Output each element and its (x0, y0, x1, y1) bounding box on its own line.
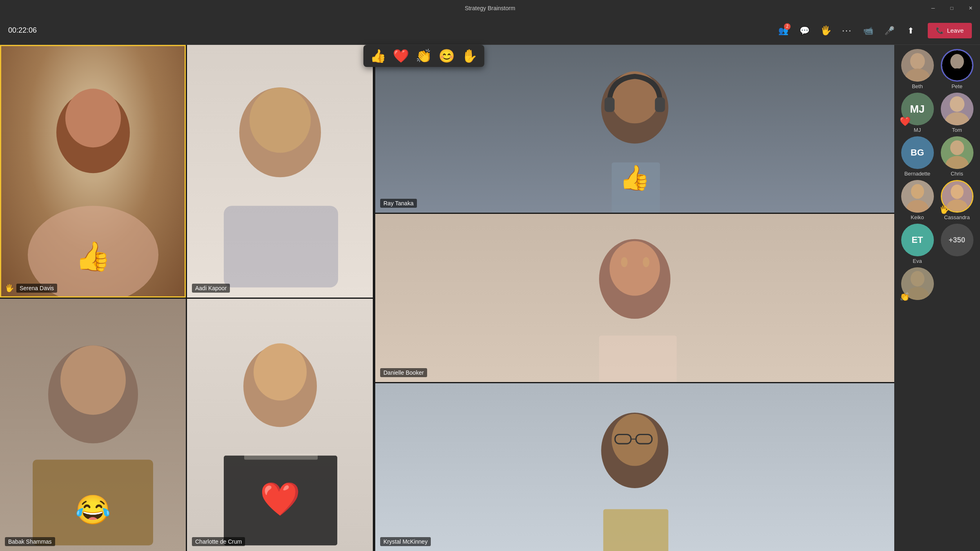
aadi-name-label: Aadi Kapoor (192, 284, 230, 293)
pete-avatar-wrapper (941, 49, 973, 82)
tom-avatar (941, 93, 973, 125)
svg-point-14 (610, 71, 659, 124)
window-title: Strategy Brainstorm (465, 5, 515, 11)
extra-reaction: 👏 (900, 292, 910, 302)
svg-point-24 (612, 414, 658, 466)
reaction-thumbsup[interactable]: 👍 (370, 48, 386, 64)
svg-rect-22 (599, 336, 677, 382)
krystal-name-label: Krystal McKinney (380, 537, 431, 546)
participants-row-4: Keiko 🖐 Cassandra (898, 180, 977, 220)
reaction-bar: 👍 ❤️ 👏 😊 ✋ (363, 45, 484, 67)
mj-reaction: ❤️ (900, 116, 911, 127)
chat-icon[interactable]: 💬 (795, 22, 813, 40)
participants-row-5: ET Eva +350 (898, 224, 977, 264)
video-content-area: 👍 🖐 Serena Davis Aadi Kapoor (0, 45, 894, 551)
video-tile-aadi[interactable]: Aadi Kapoor (187, 45, 373, 298)
call-timer: 00:22:06 (8, 26, 37, 35)
more-options-icon[interactable]: ··· (838, 22, 856, 40)
participant-keiko[interactable]: Keiko (898, 180, 937, 220)
serena-name-label: Serena Davis (16, 284, 57, 293)
activities-icon[interactable]: 🖐 (817, 22, 835, 40)
participant-tom[interactable]: Tom (937, 93, 977, 133)
svg-point-20 (621, 257, 628, 267)
leave-button[interactable]: 📞 Leave (928, 23, 972, 38)
participants-row-3: BG Bernadette Chris (898, 136, 977, 177)
participant-mj[interactable]: MJ ❤️ MJ (898, 93, 937, 133)
close-button[interactable]: ✕ (961, 0, 980, 16)
keiko-avatar-wrapper (901, 180, 934, 213)
participant-eva[interactable]: ET Eva (898, 224, 937, 264)
svg-point-30 (910, 53, 925, 69)
bernadette-name: Bernadette (904, 171, 931, 177)
participant-beth[interactable]: Beth (898, 49, 937, 89)
participant-more[interactable]: +350 (937, 224, 977, 264)
bernadette-avatar: BG (901, 136, 934, 169)
participants-badge: 2 (784, 23, 791, 30)
participants-icon[interactable]: 👥 2 (774, 22, 792, 40)
reaction-hand[interactable]: ✋ (461, 48, 478, 64)
serena-hand-icon: 🖐 (5, 284, 14, 293)
toolbar: 00:22:06 👥 2 💬 🖐 ··· 📹 🎤 ⬆ 📞 Leave (0, 16, 980, 45)
beth-avatar-wrapper (901, 49, 934, 82)
eva-name: Eva (913, 258, 922, 264)
chris-name: Chris (951, 171, 963, 177)
video-tile-serena[interactable]: 👍 🖐 Serena Davis (0, 45, 186, 298)
svg-point-33 (950, 54, 964, 69)
video-tile-ray[interactable]: 👍 Ray Tanaka (375, 45, 894, 213)
video-tile-charlotte[interactable]: ❤️ Charlotte de Crum (187, 299, 373, 551)
reaction-clap[interactable]: 👏 (416, 48, 432, 64)
pete-name: Pete (951, 83, 962, 89)
participant-chris[interactable]: Chris (937, 136, 977, 177)
beth-avatar (901, 49, 934, 82)
svg-rect-12 (244, 453, 318, 460)
minimize-button[interactable]: ─ (924, 0, 942, 16)
svg-rect-5 (224, 206, 338, 287)
tom-name: Tom (952, 127, 962, 133)
tom-avatar-wrapper (941, 93, 973, 125)
ray-name-label: Ray Tanaka (380, 199, 417, 208)
svg-point-42 (911, 184, 924, 199)
cassandra-name: Cassandra (944, 214, 970, 220)
reaction-heart[interactable]: ❤️ (393, 48, 409, 64)
video-grid-right: 👍 Ray Tanaka Danielle Booker (375, 45, 894, 551)
mj-avatar-wrapper: MJ ❤️ (901, 93, 934, 125)
share-screen-icon[interactable]: ⬆ (902, 22, 920, 40)
ray-reaction: 👍 (619, 163, 650, 192)
reaction-smile[interactable]: 😊 (439, 48, 455, 64)
microphone-icon[interactable]: 🎤 (880, 22, 898, 40)
svg-point-21 (643, 257, 649, 267)
bernadette-avatar-wrapper: BG (901, 136, 934, 169)
svg-point-7 (60, 345, 126, 415)
svg-point-4 (249, 87, 311, 153)
svg-point-48 (911, 271, 924, 287)
svg-rect-8 (33, 460, 153, 545)
participant-cassandra[interactable]: 🖐 Cassandra (937, 180, 977, 220)
window-controls: ─ □ ✕ (924, 0, 980, 16)
svg-point-1 (65, 89, 121, 147)
cassandra-reaction: 🖐 (939, 204, 949, 214)
participant-bernadette[interactable]: BG Bernadette (898, 136, 937, 177)
svg-point-36 (950, 96, 964, 112)
svg-rect-15 (604, 98, 615, 112)
video-tile-danielle[interactable]: Danielle Booker (375, 214, 894, 382)
cassandra-avatar-wrapper: 🖐 (941, 180, 973, 213)
chris-avatar-wrapper (941, 136, 973, 169)
beth-name: Beth (912, 83, 923, 89)
pete-avatar (941, 49, 973, 82)
camera-icon[interactable]: 📹 (859, 22, 877, 40)
eva-avatar-wrapper: ET (901, 224, 934, 256)
maximize-button[interactable]: □ (942, 0, 961, 16)
more-participants-button[interactable]: +350 (941, 224, 973, 256)
keiko-name: Keiko (911, 214, 924, 220)
participant-extra[interactable]: 👏 (898, 267, 937, 300)
participant-pete[interactable]: Pete (937, 49, 977, 89)
extra-avatar-wrapper: 👏 (901, 267, 934, 300)
charlotte-name-label: Charlotte de Crum (192, 537, 245, 546)
video-tile-krystal[interactable]: Krystal McKinney (375, 383, 894, 551)
leave-label: Leave (947, 27, 964, 34)
video-tile-babak[interactable]: 😂 Babak Shammas (0, 299, 186, 551)
participants-row-1: Beth Pete (898, 49, 977, 89)
chris-avatar (941, 136, 973, 169)
participants-row-6: 👏 (898, 267, 977, 300)
svg-rect-28 (603, 509, 668, 551)
